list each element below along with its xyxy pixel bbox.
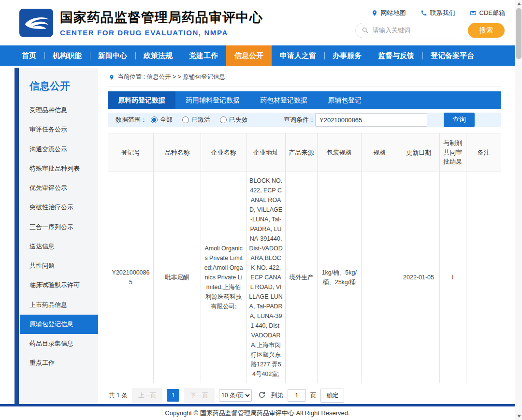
cell-company-address: BLOCK NO. 422, ECP CANAL ROAD, VILLAGE-L… <box>246 172 286 383</box>
total-count-label: 共 1 条 <box>109 391 128 400</box>
tab-packaging-data[interactable]: 药包材登记数据 <box>250 91 318 109</box>
nav-item-applicant-window[interactable]: 申请人之窗 <box>272 45 324 66</box>
goto-prefix-label: 到第 <box>271 391 283 400</box>
cell-joint-review-result: I <box>439 172 466 383</box>
sidebar-item-common-issues[interactable]: 共性问题 <box>20 256 98 275</box>
sidebar-item-key-work[interactable]: 重点工作 <box>20 353 98 373</box>
page-number-1[interactable]: 1 <box>167 389 179 402</box>
radio-inactive-input[interactable] <box>220 116 227 123</box>
sidebar-item-clinical-trial-tacit-license[interactable]: 临床试验默示许可 <box>20 275 98 295</box>
site-search-button[interactable]: 搜索 <box>468 23 505 38</box>
nmpa-logo-icon <box>19 9 53 37</box>
refresh-icon <box>258 391 266 399</box>
cell-product-source: 境外生产 <box>286 172 318 383</box>
main-panel: 当前位置 : 信息公开 > > 原辅包登记信息 原料药登记数据 药用辅料登记数据… <box>98 68 501 404</box>
col-update-date: 更新日期 <box>398 133 439 172</box>
radio-active[interactable]: 已激活 <box>182 116 210 124</box>
refresh-button[interactable] <box>257 391 267 400</box>
cell-registration-number: Y20210000865 <box>108 172 154 383</box>
nav-item-supervision-feedback[interactable]: 监督与反馈 <box>370 45 422 66</box>
site-header: 国家药品监督管理局药品审评中心 CENTER FOR DRUG EVALUATI… <box>0 0 515 45</box>
cell-spec <box>361 172 398 383</box>
col-product-source: 产品来源 <box>286 133 318 172</box>
sidebar-item-three-in-one[interactable]: 三合一序列公示 <box>20 217 98 237</box>
site-title-en: CENTER FOR DRUG EVALUATION, NMPA <box>60 29 263 37</box>
header-right: 网站地图 联系我们 CDE邮箱 搜索 <box>355 8 505 38</box>
prev-page-button[interactable]: 上一页 <box>132 388 163 403</box>
main-nav: 首页 机构职能 新闻中心 政策法规 党建工作 信息公开 申请人之窗 办事服务 监… <box>0 45 515 66</box>
sidebar-item-raw-excipient-packaging[interactable]: 原辅包登记信息 <box>20 315 98 334</box>
scrollbar-thumb[interactable] <box>516 8 522 59</box>
site-title-block: 国家药品监督管理局药品审评中心 CENTER FOR DRUG EVALUATI… <box>60 9 263 37</box>
radio-inactive-label: 已失效 <box>229 116 248 124</box>
breadcrumb: 当前位置 : 信息公开 > > 原辅包登记信息 <box>108 69 501 87</box>
vertical-scrollbar[interactable] <box>515 0 522 420</box>
sidebar-item-accepted-varieties[interactable]: 受理品种信息 <box>20 101 98 120</box>
radio-active-input[interactable] <box>182 116 189 123</box>
sidebar-item-communication[interactable]: 沟通交流公示 <box>20 140 98 159</box>
col-company-address: 企业地址 <box>246 133 286 172</box>
nav-item-registration-platform[interactable]: 登记备案平台 <box>422 45 482 66</box>
col-packaging-spec: 包装规格 <box>317 133 361 172</box>
nav-item-services[interactable]: 办事服务 <box>324 45 370 66</box>
query-button[interactable]: 查询 <box>444 113 475 127</box>
scope-radio-group: 全部 已激活 已失效 <box>151 116 248 124</box>
tab-raw-excipient-registration[interactable]: 原辅包登记 <box>318 91 372 109</box>
scroll-down-icon <box>517 415 521 418</box>
radio-all[interactable]: 全部 <box>151 116 173 124</box>
sidebar-item-special-approval-list[interactable]: 特殊审批品种列表 <box>20 159 98 178</box>
goto-suffix-label: 页 <box>310 391 317 400</box>
col-registration-number: 登记号 <box>108 133 154 172</box>
goto-confirm-button[interactable]: 确定 <box>320 389 344 403</box>
page: 国家药品监督管理局药品审评中心 CENTER FOR DRUG EVALUATI… <box>0 0 522 420</box>
col-spec: 规格 <box>361 133 398 172</box>
goto-page-input[interactable] <box>288 389 306 402</box>
cell-update-date: 2022-01-05 <box>398 172 439 383</box>
nav-item-party-building[interactable]: 党建工作 <box>181 45 226 66</box>
sidebar-item-breakthrough-therapy[interactable]: 突破性治疗公示 <box>20 198 98 217</box>
site-search-input[interactable] <box>369 27 468 34</box>
sitemap-link[interactable]: 网站地图 <box>371 9 406 17</box>
scroll-up-button[interactable] <box>515 0 522 8</box>
quick-links: 网站地图 联系我们 CDE邮箱 <box>371 9 505 17</box>
cell-remarks <box>466 172 501 383</box>
content-area: 信息公开 受理品种信息 审评任务公示 沟通交流公示 特殊审批品种列表 优先审评公… <box>0 66 515 404</box>
sidebar-item-marketed-drug-info[interactable]: 上市药品信息 <box>20 295 98 315</box>
sidebar-item-drug-catalog[interactable]: 药品目录集信息 <box>20 334 98 353</box>
sidebar-item-priority-review[interactable]: 优先审评公示 <box>20 178 98 198</box>
nav-item-home[interactable]: 首页 <box>14 45 44 66</box>
sitemap-label: 网站地图 <box>381 9 406 17</box>
scroll-down-button[interactable] <box>515 412 522 420</box>
contact-label: 联系我们 <box>430 9 455 17</box>
sidebar: 信息公开 受理品种信息 审评任务公示 沟通交流公示 特殊审批品种列表 优先审评公… <box>20 68 98 404</box>
next-page-button[interactable]: 下一页 <box>184 388 215 403</box>
tab-api-data[interactable]: 原料药登记数据 <box>108 91 175 109</box>
table-row: Y20210000865 吡非尼酮 Amoli Organics Private… <box>108 172 501 383</box>
col-company-name: 企业名称 <box>201 133 246 172</box>
radio-inactive[interactable]: 已失效 <box>220 116 248 124</box>
cde-mail-link[interactable]: CDE邮箱 <box>470 9 505 17</box>
nav-item-policy[interactable]: 政策法规 <box>135 45 181 66</box>
search-icon <box>362 27 369 34</box>
registration-table: 登记号 品种名称 企业名称 企业地址 产品来源 包装规格 规格 更新日期 与制剂… <box>108 133 501 383</box>
table-header-row: 登记号 品种名称 企业名称 企业地址 产品来源 包装规格 规格 更新日期 与制剂… <box>108 133 501 172</box>
sidebar-item-delivery-info[interactable]: 送达信息 <box>20 237 98 256</box>
contact-link[interactable]: 联系我们 <box>420 9 455 17</box>
sidebar-title: 信息公开 <box>20 74 98 101</box>
tab-excipient-data[interactable]: 药用辅料登记数据 <box>175 91 250 109</box>
nav-item-org-functions[interactable]: 机构职能 <box>44 45 90 66</box>
page-size-select[interactable]: 10 条/页 <box>219 389 252 402</box>
query-input[interactable] <box>315 113 427 127</box>
location-pin-icon <box>371 10 378 16</box>
radio-all-input[interactable] <box>151 116 158 123</box>
site-title-cn: 国家药品监督管理局药品审评中心 <box>60 9 263 26</box>
cell-packaging-spec: 1kg/桶、5kg/桶、25kg/桶 <box>317 172 361 383</box>
nmpa-logo[interactable] <box>19 9 53 37</box>
radio-active-label: 已激活 <box>191 116 210 124</box>
filter-bar: 数据范围： 全部 已激活 已失效 <box>108 113 501 127</box>
nav-item-news-center[interactable]: 新闻中心 <box>90 45 135 66</box>
nav-item-info-disclosure[interactable]: 信息公开 <box>226 45 272 66</box>
col-variety-name: 品种名称 <box>154 133 201 172</box>
sidebar-item-review-tasks[interactable]: 审评任务公示 <box>20 120 98 139</box>
query-label: 查询条件： <box>284 116 315 124</box>
